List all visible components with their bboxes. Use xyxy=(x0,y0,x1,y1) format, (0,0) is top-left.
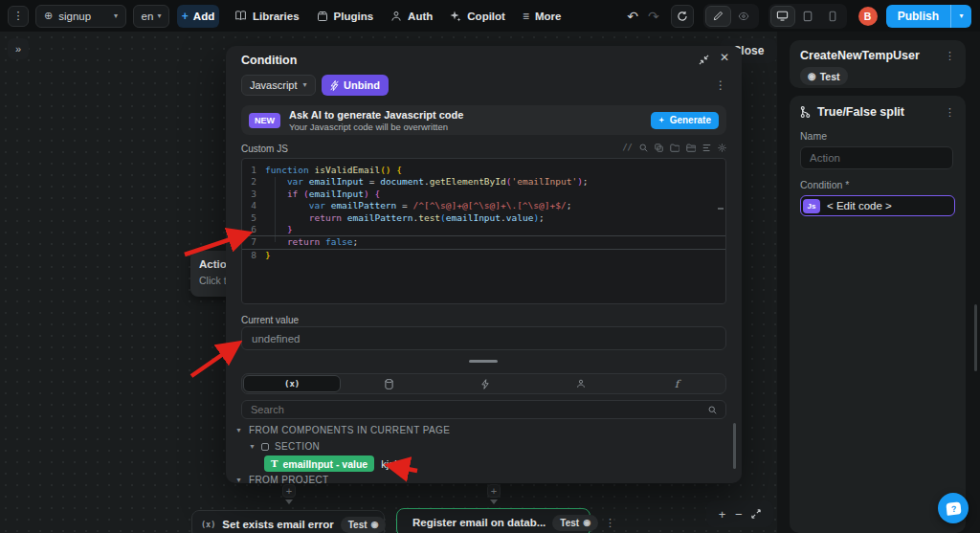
text-icon: T xyxy=(271,458,278,469)
menu-libraries[interactable]: Libraries xyxy=(234,10,300,22)
tree-item-section[interactable]: ▼ SECTION xyxy=(249,441,320,452)
window-menu-button[interactable]: ⋮ xyxy=(8,6,29,27)
edit-mode-button[interactable] xyxy=(705,6,731,27)
test-badge[interactable]: Test◉ xyxy=(341,517,387,533)
user-icon xyxy=(390,11,402,22)
expand-icon xyxy=(752,510,760,518)
settings-icon[interactable] xyxy=(718,144,726,152)
email-input-pill[interactable]: T emailInput - value xyxy=(264,455,374,472)
mobile-button[interactable] xyxy=(820,6,845,27)
code-line[interactable]: 4 var emailPattern = /^[^\s@]+@[^\s@]+\.… xyxy=(242,200,725,211)
ai-banner-subtitle: Your Javascript code will be overwritten xyxy=(289,122,463,132)
drag-handle[interactable] xyxy=(469,360,498,363)
menu-more[interactable]: ≡ More xyxy=(523,10,562,23)
chevron-down-icon: ▼ xyxy=(235,427,242,433)
code-line[interactable]: 3 if (emailInput) { xyxy=(242,189,725,200)
connector-arrow-icon xyxy=(285,500,293,504)
fit-screen-button[interactable] xyxy=(751,509,761,519)
menu-auth[interactable]: Auth xyxy=(390,11,433,22)
tab-workflows[interactable] xyxy=(436,375,532,392)
refresh-button[interactable] xyxy=(671,5,694,28)
search-icon[interactable] xyxy=(639,144,648,152)
unbind-button[interactable]: Unbind xyxy=(322,75,389,96)
mobile-icon xyxy=(829,11,836,22)
locale-selector[interactable]: en ▾ xyxy=(133,5,169,28)
test-badge[interactable]: ◉Test xyxy=(800,67,848,85)
preview-mode-button[interactable] xyxy=(731,6,757,27)
kebab-icon[interactable]: ⋮ xyxy=(605,518,615,528)
code-line[interactable]: 6 } xyxy=(242,224,725,235)
code-line[interactable]: 2 var emailInput = document.getElementBy… xyxy=(242,176,725,188)
editor-toolbar: // xyxy=(623,143,726,152)
modal-title: Condition xyxy=(241,54,297,67)
workflow-card[interactable]: CreateNewTempUser ⋮ ◉Test xyxy=(790,40,966,88)
collapse-icon xyxy=(700,56,708,64)
workflow-node-set-exists-email-error[interactable]: (x) Set exists email error Test◉ ⋮ xyxy=(191,510,385,533)
help-chat-button[interactable]: ? xyxy=(938,493,969,523)
tree-group-components[interactable]: ▼ FROM COMPONENTS IN CURRENT PAGE xyxy=(235,425,450,435)
overview-ruler-mark xyxy=(718,208,724,210)
tab-variables[interactable]: (x) xyxy=(243,375,341,392)
modal-kebab-icon[interactable]: ⋮ xyxy=(715,79,726,91)
node-label: Set exists email error xyxy=(222,519,333,530)
tab-data[interactable] xyxy=(341,375,436,392)
modal-close-button[interactable]: ✕ xyxy=(720,51,729,64)
kebab-icon[interactable]: ⋮ xyxy=(945,107,955,118)
tablet-button[interactable] xyxy=(795,6,820,27)
comment-icon[interactable]: // xyxy=(623,143,633,152)
code-line[interactable]: 1function isValidEmail() { xyxy=(242,165,725,176)
publish-button[interactable]: Publish xyxy=(886,5,950,28)
workflow-node-register-email[interactable]: Register email on datab... Test◉ ⋮ xyxy=(396,508,590,533)
redo-button[interactable]: ↷ xyxy=(648,9,659,24)
generate-button[interactable]: Generate xyxy=(651,112,719,129)
condition-label: Condition * xyxy=(800,179,955,190)
target-icon: ◉ xyxy=(583,518,590,527)
folder-icon[interactable] xyxy=(670,144,679,152)
true-false-split-card: True/False split ⋮ Name Condition * Js <… xyxy=(790,96,966,533)
collapse-button[interactable] xyxy=(699,55,709,65)
format-icon[interactable] xyxy=(702,144,711,152)
tree-scrollbar[interactable] xyxy=(733,423,736,469)
condition-modal: Condition ✕ Javascript ▾ Unbind ⋮ NEW As… xyxy=(226,46,742,483)
copy-icon[interactable] xyxy=(655,144,663,152)
panel-scrollbar[interactable] xyxy=(974,304,977,371)
tree-group-project[interactable]: ▼ FROM PROJECT xyxy=(235,475,329,483)
add-node-button[interactable]: + xyxy=(487,484,501,498)
tab-user[interactable] xyxy=(533,375,629,392)
menu-copilot[interactable]: Copilot xyxy=(450,11,505,22)
search-input[interactable] xyxy=(251,404,708,415)
undo-button[interactable]: ↶ xyxy=(627,9,638,24)
user-avatar[interactable]: B xyxy=(858,7,878,26)
add-node-button[interactable]: + xyxy=(282,484,296,498)
kebab-icon[interactable]: ⋮ xyxy=(945,51,955,61)
undo-icon: ↶ xyxy=(627,9,638,24)
book-icon xyxy=(234,10,247,22)
name-input[interactable] xyxy=(800,146,953,169)
folder-open-icon[interactable] xyxy=(686,144,696,152)
target-icon: ◉ xyxy=(371,520,379,529)
add-button[interactable]: + Add xyxy=(177,5,219,28)
target-icon: ◉ xyxy=(808,71,816,81)
search-icon xyxy=(708,406,717,414)
desktop-button[interactable] xyxy=(770,6,795,27)
tab-formulas[interactable]: f xyxy=(629,375,724,392)
code-line[interactable]: 8} xyxy=(242,250,725,261)
menu-plugins[interactable]: Plugins xyxy=(317,11,374,22)
zoom-out-button[interactable]: − xyxy=(735,507,743,522)
eye-icon xyxy=(738,11,749,22)
tree-item-email-input[interactable]: T emailInput - value kjokkj xyxy=(264,455,408,472)
search-field[interactable] xyxy=(241,400,726,419)
refresh-icon xyxy=(677,11,688,22)
zoom-in-button[interactable]: + xyxy=(719,507,726,522)
condition-field[interactable]: Js < Edit code > xyxy=(800,195,955,216)
sidebar-expand-button[interactable]: » xyxy=(8,38,29,59)
code-lines: 1function isValidEmail() {2 var emailInp… xyxy=(242,159,725,261)
page-selector[interactable]: ⊕ signup ▾ xyxy=(35,5,126,28)
code-editor[interactable]: 1function isValidEmail() {2 var emailInp… xyxy=(241,158,726,304)
language-selector[interactable]: Javascript ▾ xyxy=(241,75,316,96)
test-badge[interactable]: Test◉ xyxy=(552,515,598,531)
publish-dropdown-button[interactable]: ▾ xyxy=(950,5,971,28)
code-line[interactable]: 7 return false; xyxy=(242,235,725,249)
code-line[interactable]: 5 return emailPattern.test(emailInput.va… xyxy=(242,212,725,224)
locale-value: en xyxy=(142,11,154,22)
